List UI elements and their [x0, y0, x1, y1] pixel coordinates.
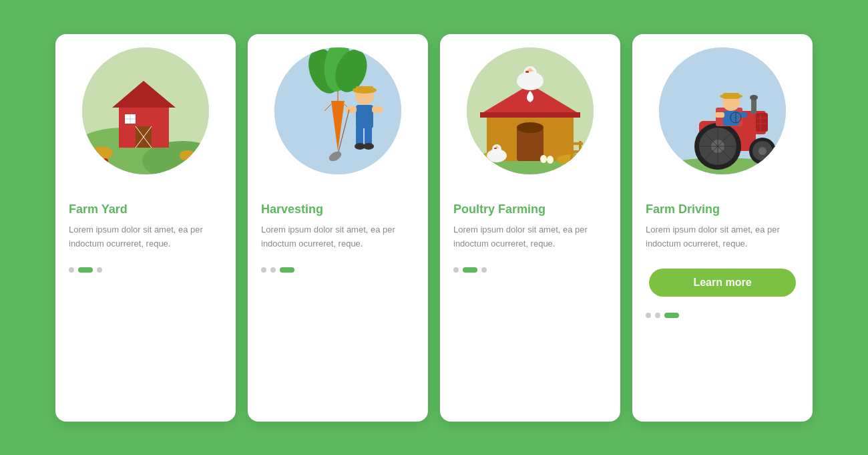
circle-harvesting — [274, 47, 401, 174]
dots-harvesting — [248, 262, 428, 273]
card-title-poultry: Poultry Farming — [453, 202, 546, 217]
dot-active — [78, 267, 93, 273]
svg-rect-47 — [570, 142, 583, 145]
card-body-driving: Farm Driving Lorem ipsum dolor sit amet,… — [632, 188, 813, 262]
circle-poultry — [467, 47, 594, 174]
svg-point-11 — [91, 146, 113, 160]
svg-rect-45 — [570, 138, 573, 161]
dot-inactive — [69, 267, 74, 273]
svg-rect-31 — [372, 106, 383, 113]
learn-more-button[interactable]: Learn more — [649, 269, 796, 297]
dots-farm-yard — [55, 262, 236, 273]
card-image-harvesting — [248, 34, 428, 188]
svg-rect-82 — [723, 93, 739, 99]
svg-rect-27 — [356, 105, 373, 128]
svg-rect-29 — [365, 126, 372, 145]
svg-rect-83 — [723, 111, 739, 126]
dots-poultry — [440, 262, 620, 273]
svg-point-78 — [758, 147, 767, 155]
dot-inactive — [646, 313, 651, 318]
card-image-driving — [632, 34, 813, 188]
card-body-poultry: Poultry Farming Lorem ipsum dolor sit am… — [440, 188, 620, 262]
dot-inactive — [270, 267, 276, 273]
svg-rect-63 — [756, 113, 768, 132]
dot-inactive — [453, 267, 459, 273]
svg-rect-48 — [570, 150, 583, 153]
dot-active — [664, 313, 679, 318]
card-body-farm-yard: Farm Yard Lorem ipsum dolor sit amet, ea… — [55, 188, 236, 262]
card-harvesting: Harvesting Lorem ipsum dolor sit amet, e… — [248, 34, 428, 422]
card-text-farm-yard: Lorem ipsum dolor sit amet, ea per indoc… — [69, 223, 222, 251]
card-title-farm-yard: Farm Yard — [69, 202, 128, 217]
farm-yard-illustration — [82, 47, 209, 174]
dot-inactive — [481, 267, 487, 273]
svg-point-58 — [547, 156, 554, 164]
svg-rect-26 — [356, 86, 373, 93]
card-poultry-farming: Poultry Farming Lorem ipsum dolor sit am… — [440, 34, 620, 422]
svg-point-35 — [363, 143, 374, 150]
card-body-harvesting: Harvesting Lorem ipsum dolor sit amet, e… — [248, 188, 428, 262]
driving-illustration — [659, 47, 786, 174]
dots-driving — [632, 307, 813, 318]
dot-inactive — [261, 267, 266, 273]
card-text-driving: Lorem ipsum dolor sit amet, ea per indoc… — [646, 223, 799, 251]
card-title-harvesting: Harvesting — [261, 202, 323, 217]
svg-point-13 — [92, 154, 99, 161]
svg-point-42 — [517, 122, 544, 133]
svg-point-57 — [540, 155, 547, 163]
dot-active — [280, 267, 294, 273]
card-image-farm-yard — [55, 34, 236, 188]
svg-point-12 — [180, 150, 196, 161]
card-farm-driving: Farm Driving Lorem ipsum dolor sit amet,… — [632, 34, 813, 422]
card-image-poultry — [440, 34, 620, 188]
dot-inactive — [655, 313, 660, 318]
harvesting-illustration — [274, 47, 401, 174]
svg-point-68 — [750, 95, 758, 100]
card-text-harvesting: Lorem ipsum dolor sit amet, ea per indoc… — [261, 223, 415, 251]
svg-rect-84 — [715, 112, 724, 118]
poultry-illustration — [467, 47, 594, 174]
cards-container: Farm Yard Lorem ipsum dolor sit amet, ea… — [29, 14, 839, 442]
dot-inactive — [97, 267, 102, 273]
svg-rect-52 — [525, 71, 529, 73]
svg-rect-28 — [356, 126, 363, 145]
circle-driving — [659, 47, 786, 174]
svg-rect-30 — [346, 106, 357, 113]
dot-active — [463, 267, 477, 273]
card-farm-yard: Farm Yard Lorem ipsum dolor sit amet, ea… — [55, 34, 236, 422]
svg-point-15 — [186, 158, 192, 164]
svg-rect-56 — [494, 148, 497, 149]
card-text-poultry: Lorem ipsum dolor sit amet, ea per indoc… — [453, 223, 607, 251]
circle-farm-yard — [82, 47, 209, 174]
svg-rect-40 — [480, 112, 580, 118]
card-title-driving: Farm Driving — [646, 202, 720, 217]
svg-point-14 — [103, 158, 108, 164]
